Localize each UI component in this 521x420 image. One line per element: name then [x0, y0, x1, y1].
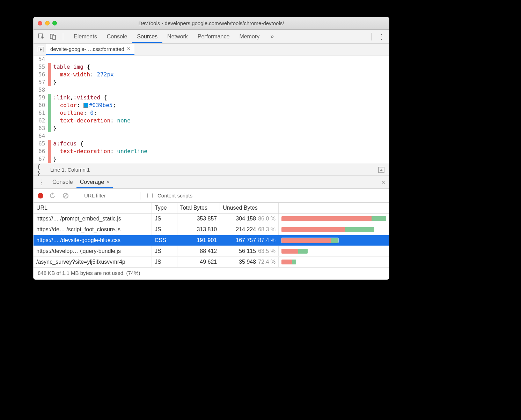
cursor-position: Line 1, Column 1 [50, 167, 90, 173]
window-close-button[interactable] [38, 21, 42, 25]
main-tab-strip: ElementsConsoleSourcesNetworkPerformance… [34, 30, 389, 44]
navigator-toggle-icon[interactable] [36, 44, 46, 55]
drawer-tab-strip: ⋮ ConsoleCoverage× × [34, 175, 389, 189]
tab-elements[interactable]: Elements [69, 30, 102, 43]
devtools-window: DevTools - developers.google.com/web/too… [33, 17, 389, 280]
usage-bar [281, 227, 374, 232]
code-content: table img { max-width: 272px}:link,:visi… [51, 55, 147, 164]
table-row[interactable]: https://de… /script_foot_closure.jsJS313… [34, 224, 389, 235]
coverage-table: URLTypeTotal BytesUnused Bytes https://…… [34, 203, 389, 268]
divider [371, 33, 372, 40]
table-row[interactable]: https://… /prompt_embed_static.jsJS353 8… [34, 213, 389, 224]
block-icon[interactable] [61, 192, 70, 200]
window-minimize-button[interactable] [45, 21, 50, 25]
usage-bar [281, 260, 296, 264]
editor-status-bar: { } Line 1, Column 1 [34, 164, 389, 175]
coverage-summary: 848 KB of 1.1 MB bytes are not used. (74… [34, 268, 389, 279]
collapse-icon[interactable] [377, 166, 386, 174]
line-number-gutter: 545556575859606162636465666768 [34, 55, 48, 164]
file-tab[interactable]: devsite-google-….css:formatted × [46, 44, 134, 55]
table-header-row: URLTypeTotal BytesUnused Bytes [34, 203, 389, 213]
coverage-toolbar: Content scripts [34, 189, 389, 203]
file-tab-label: devsite-google-….css:formatted [50, 46, 124, 52]
divider [140, 192, 140, 200]
content-scripts-checkbox[interactable] [147, 193, 153, 198]
more-tabs-icon[interactable]: » [268, 32, 276, 41]
tab-performance[interactable]: Performance [193, 30, 235, 43]
table-row[interactable]: /async_survey?site=ylj5ifxusvvmr4pJS49 6… [34, 257, 389, 268]
svg-rect-2 [53, 35, 56, 39]
column-header[interactable]: Unused Bytes [220, 203, 279, 213]
file-tab-strip: devsite-google-….css:formatted × [34, 44, 389, 55]
url-filter-input[interactable] [84, 193, 133, 198]
inspect-element-icon[interactable] [37, 32, 45, 41]
window-title: DevTools - developers.google.com/web/too… [34, 20, 389, 26]
window-maximize-button[interactable] [52, 21, 57, 25]
drawer-tab-coverage[interactable]: Coverage× [76, 176, 113, 188]
kebab-menu-icon[interactable]: ⋮ [37, 178, 45, 186]
column-header[interactable] [278, 203, 389, 213]
svg-line-6 [64, 194, 67, 197]
kebab-menu-icon[interactable]: ⋮ [377, 32, 386, 41]
reload-icon[interactable] [48, 192, 57, 200]
titlebar: DevTools - developers.google.com/web/too… [34, 17, 389, 30]
divider [63, 33, 63, 40]
column-header[interactable]: Total Bytes [177, 203, 220, 213]
tab-memory[interactable]: Memory [234, 30, 264, 43]
drawer-tab-console[interactable]: Console [49, 176, 76, 188]
code-editor[interactable]: 545556575859606162636465666768 table img… [34, 55, 389, 164]
coverage-gutter [48, 55, 51, 164]
column-header[interactable]: URL [34, 203, 152, 213]
close-icon[interactable]: × [127, 46, 130, 52]
table-row[interactable]: https://develop… /jquery-bundle.jsJS88 4… [34, 246, 389, 257]
column-header[interactable]: Type [152, 203, 177, 213]
record-button[interactable] [38, 193, 43, 198]
usage-bar [281, 238, 338, 243]
table-row[interactable]: https://… /devsite-google-blue.cssCSS191… [34, 235, 389, 246]
pretty-print-icon[interactable]: { } [37, 166, 45, 174]
tab-network[interactable]: Network [162, 30, 193, 43]
device-toolbar-icon[interactable] [49, 32, 57, 41]
traffic-lights [38, 21, 57, 25]
usage-bar [281, 216, 386, 221]
content-scripts-label: Content scripts [157, 193, 192, 198]
close-drawer-icon[interactable]: × [381, 178, 386, 186]
divider [77, 192, 77, 200]
tab-console[interactable]: Console [102, 30, 132, 43]
usage-bar [281, 249, 308, 254]
tab-sources[interactable]: Sources [132, 30, 162, 43]
close-icon[interactable]: × [106, 179, 109, 185]
